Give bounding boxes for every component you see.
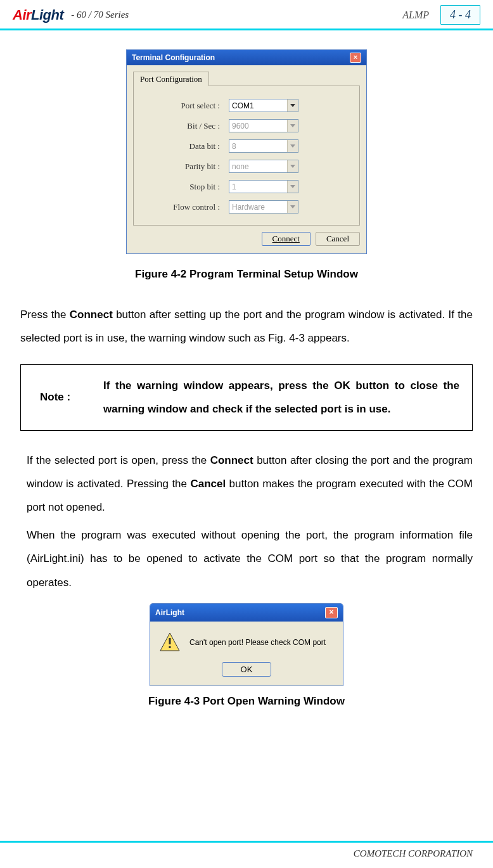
bit-sec-value: 9600 (232, 122, 249, 131)
logo-part2: Light (31, 7, 63, 23)
footer-text: COMOTECH CORPORATION (354, 848, 473, 859)
tab-panel: Port select : COM1 Bit / Sec : 9600 (133, 86, 360, 226)
paragraph-2b: When the program was executed without op… (20, 523, 473, 594)
logo: AirLight (13, 7, 63, 23)
field-port-select: Port select : COM1 (146, 99, 347, 112)
note-box: Note : If the warning window appears, pr… (20, 364, 473, 431)
field-bit-sec: Bit / Sec : 9600 (146, 119, 347, 132)
data-bit-label: Data bit : (146, 141, 229, 151)
warning-body: Can't open port! Please check COM port O… (150, 622, 343, 686)
content-area: Terminal Configuration × Port Configurat… (0, 30, 493, 736)
chevron-down-icon (287, 120, 298, 132)
airlight-warning-dialog: AirLight × Can't open port! Please check… (150, 603, 343, 686)
flow-control-input: Hardware (229, 200, 298, 214)
paragraph-2a: If the selected port is open, press the … (20, 449, 473, 520)
page-header: AirLight - 60 / 70 Series ALMP 4 - 4 (0, 0, 493, 29)
field-data-bit: Data bit : 8 (146, 139, 347, 153)
field-flow-control: Flow control : Hardware (146, 200, 347, 214)
dialog-body: Port Configuration Port select : COM1 Bi… (127, 65, 366, 253)
figure-1-caption: Figure 4-2 Program Terminal Setup Window (20, 268, 473, 281)
bit-sec-input: 9600 (229, 119, 298, 132)
warning-message: Can't open port! Please check COM port (189, 638, 326, 647)
warning-button-row: OK (159, 662, 334, 677)
stop-bit-input: 1 (229, 180, 298, 193)
parity-bit-value: none (232, 162, 249, 171)
chevron-down-icon[interactable] (287, 99, 298, 112)
figure-2-caption: Figure 4-3 Port Open Warning Window (20, 695, 473, 708)
warning-title: AirLight (155, 608, 184, 617)
close-icon[interactable]: × (325, 607, 338, 618)
flow-control-label: Flow control : (146, 202, 229, 212)
cancel-button[interactable]: Cancel (316, 232, 360, 246)
warning-titlebar: AirLight × (150, 604, 343, 622)
para2a-b2: Cancel (190, 478, 226, 490)
page-number-box: 4 - 4 (440, 5, 480, 25)
dialog-title: Terminal Configuration (132, 53, 215, 62)
terminal-config-dialog: Terminal Configuration × Port Configurat… (126, 49, 367, 254)
port-select-label: Port select : (146, 101, 229, 111)
para2a-b1: Connect (210, 454, 253, 466)
dialog-button-row: Connect Cancel (133, 232, 360, 246)
para1-text-before: Press the (20, 309, 70, 321)
parity-bit-label: Parity bit : (146, 162, 229, 172)
chevron-down-icon (287, 160, 298, 172)
tab-port-configuration[interactable]: Port Configuration (133, 72, 209, 86)
close-icon[interactable]: × (350, 53, 361, 63)
data-bit-value: 8 (232, 142, 236, 151)
note-label: Note : (40, 374, 103, 421)
dialog-titlebar: Terminal Configuration × (127, 50, 366, 65)
bit-sec-label: Bit / Sec : (146, 121, 229, 131)
chevron-down-icon (287, 140, 298, 152)
field-stop-bit: Stop bit : 1 (146, 180, 347, 193)
field-parity-bit: Parity bit : none (146, 160, 347, 173)
port-select-input[interactable]: COM1 (229, 99, 298, 112)
warning-message-row: Can't open port! Please check COM port (159, 632, 334, 653)
chevron-down-icon (287, 181, 298, 193)
stop-bit-label: Stop bit : (146, 182, 229, 192)
ok-button[interactable]: OK (222, 662, 271, 677)
para1-bold: Connect (70, 309, 113, 321)
paragraph-1: Press the Connect button after setting u… (20, 303, 473, 350)
figure-2-wrap: AirLight × Can't open port! Please check… (20, 603, 473, 686)
page-number: 4 - 4 (450, 8, 471, 21)
stop-bit-value: 1 (232, 182, 236, 191)
figure-1-wrap: Terminal Configuration × Port Configurat… (20, 49, 473, 254)
svg-rect-0 (169, 638, 171, 644)
flow-control-value: Hardware (232, 203, 265, 212)
connect-button[interactable]: Connect (262, 232, 311, 246)
series-label: - 60 / 70 Series (71, 10, 129, 20)
para2a-1: If the selected port is open, press the (27, 454, 210, 466)
svg-rect-1 (169, 646, 171, 648)
parity-bit-input: none (229, 160, 298, 173)
chevron-down-icon (287, 201, 298, 213)
footer-divider (0, 841, 493, 843)
logo-part1: Air (13, 7, 31, 23)
almp-label: ALMP (402, 10, 429, 21)
data-bit-input: 8 (229, 139, 298, 153)
warning-icon (159, 632, 181, 653)
port-select-value: COM1 (232, 101, 254, 110)
note-text: If the warning window appears, press the… (103, 374, 459, 421)
